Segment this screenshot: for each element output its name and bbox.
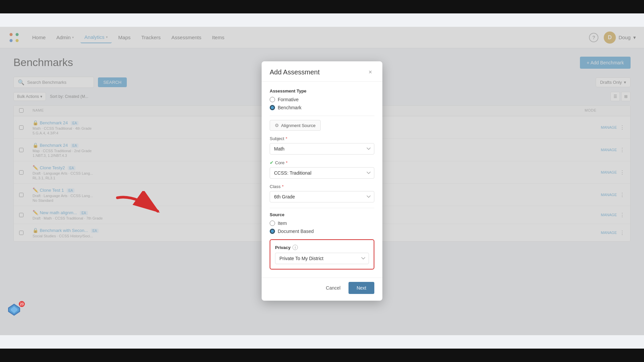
source-group: Item Document Based: [270, 221, 374, 234]
core-required-star: *: [286, 160, 287, 165]
assessment-type-group: Formative Benchmark: [270, 97, 374, 110]
app-background: Home Admin ▾ Analytics ▾ Maps Trackers A…: [0, 13, 644, 349]
privacy-label: Privacy: [275, 245, 290, 250]
document-label: Document Based: [278, 229, 314, 234]
alignment-source-label: Alignment Source: [281, 123, 316, 128]
document-radio[interactable]: [270, 229, 275, 234]
modal-overlay: Add Assessment × Assessment Type Formati…: [0, 27, 644, 335]
core-group: ✔ Core * CCSS: Traditional CCSS: ELA: [270, 160, 374, 179]
gear-icon: ⚙: [275, 123, 279, 128]
benchmark-label: Benchmark: [278, 105, 302, 110]
next-button[interactable]: Next: [348, 282, 374, 294]
subject-label: Subject *: [270, 136, 374, 141]
subject-select[interactable]: Math Science Language Arts: [270, 143, 374, 155]
add-assessment-modal: Add Assessment × Assessment Type Formati…: [262, 61, 382, 301]
bottom-badge[interactable]: 23: [7, 302, 23, 319]
cancel-button[interactable]: Cancel: [322, 283, 345, 293]
item-radio-option[interactable]: Item: [270, 221, 374, 226]
privacy-info-icon[interactable]: i: [292, 245, 298, 250]
benchmark-radio-option[interactable]: Benchmark: [270, 105, 374, 110]
formative-radio-option[interactable]: Formative: [270, 97, 374, 102]
assessment-type-label: Assessment Type: [270, 88, 374, 94]
core-label: ✔ Core *: [270, 160, 374, 165]
privacy-label-row: Privacy i: [275, 245, 369, 250]
divider-1: [270, 116, 374, 116]
alignment-source-button[interactable]: ⚙ Alignment Source: [270, 120, 321, 131]
modal-footer: Cancel Next: [262, 278, 382, 301]
privacy-select[interactable]: Private To My District Public School Onl…: [275, 253, 369, 264]
class-select[interactable]: 6th Grade 7th Grade 8th Grade: [270, 191, 374, 202]
formative-label: Formative: [278, 97, 299, 102]
bottom-bar: [0, 349, 644, 362]
item-radio[interactable]: [270, 221, 275, 226]
badge-icon: 23: [7, 302, 23, 319]
modal-title: Add Assessment: [270, 68, 320, 76]
class-group: Class * 6th Grade 7th Grade 8th Grade: [270, 184, 374, 202]
formative-radio[interactable]: [270, 97, 275, 102]
core-select[interactable]: CCSS: Traditional CCSS: ELA: [270, 167, 374, 179]
modal-body: Assessment Type Formative Benchmark ⚙ A: [262, 82, 382, 278]
class-label: Class *: [270, 184, 374, 189]
source-label: Source: [270, 212, 374, 217]
item-label: Item: [278, 221, 287, 226]
top-bar: [0, 0, 644, 13]
modal-header: Add Assessment ×: [262, 61, 382, 82]
core-check-icon: ✔: [270, 160, 274, 165]
document-radio-option[interactable]: Document Based: [270, 229, 374, 234]
badge-count: 23: [19, 301, 25, 307]
arrow-annotation: [104, 191, 178, 231]
privacy-section: Privacy i Private To My District Public …: [270, 239, 374, 269]
subject-required-star: *: [285, 136, 287, 141]
benchmark-radio[interactable]: [270, 105, 275, 110]
source-section: Source Item Document Based: [270, 212, 374, 234]
class-required-star: *: [282, 184, 284, 189]
divider-2: [270, 208, 374, 208]
modal-close-button[interactable]: ×: [366, 68, 374, 76]
subject-group: Subject * Math Science Language Arts: [270, 136, 374, 155]
